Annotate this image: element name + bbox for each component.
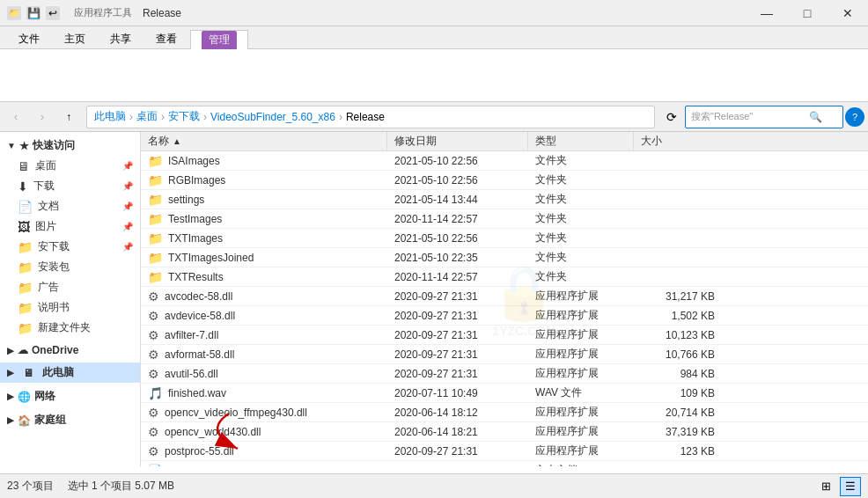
file-cell-name: 📁 TestImages [141, 212, 387, 226]
file-row[interactable]: ⚙ avutil-56.dll 2020-09-27 21:31 应用程序扩展 … [141, 364, 868, 384]
file-item-icon: ⚙ [148, 348, 159, 362]
file-cell-name: ⚙ opencv_videoio_ffmpeg430.dll [141, 406, 387, 420]
file-row[interactable]: ⚙ opencv_world430.dll 2020-06-14 18:21 应… [141, 422, 868, 442]
pin-icon2: 📌 [122, 181, 133, 191]
col-header-size[interactable]: 大小 [634, 132, 722, 150]
breadcrumb-desktop[interactable]: 桌面 [136, 109, 158, 124]
sidebar-item-downloads[interactable]: ⬇ 下载 📌 [0, 176, 140, 196]
search-bar[interactable]: 🔍 [685, 106, 843, 128]
file-item-name: TXTImages [168, 232, 223, 245]
file-row[interactable]: ⚙ avfilter-7.dll 2020-09-27 21:31 应用程序扩展… [141, 326, 868, 345]
view-list-button[interactable]: ☰ [840, 477, 861, 496]
col-header-date[interactable]: 修改日期 [387, 132, 528, 150]
file-item-icon: 📁 [148, 270, 163, 284]
file-item-icon: ⚙ [148, 328, 159, 342]
sidebar-item-newfolder[interactable]: 📁 新建文件夹 [0, 318, 140, 338]
file-row[interactable]: 📁 TXTImagesJoined 2021-05-10 22:35 文件夹 [141, 248, 868, 267]
search-input[interactable] [691, 112, 805, 122]
address-bar[interactable]: 此电脑 › 桌面 › 安下载 › VideoSubFinder_5.60_x86… [86, 106, 655, 128]
file-item-name: avformat-58.dll [165, 348, 234, 361]
sidebar-item-ad[interactable]: 📁 广告 [0, 277, 140, 297]
sidebar-item-installer[interactable]: 📁 安装包 [0, 257, 140, 277]
breadcrumb-pc[interactable]: 此电脑 [94, 109, 126, 124]
sidebar-header-network[interactable]: ▶ 🌐 网络 [0, 386, 140, 406]
file-cell-size: 5 KB [634, 465, 722, 467]
file-cell-name: 📁 ISAImages [141, 154, 387, 168]
file-cell-size: 984 KB [634, 368, 722, 380]
sidebar-item-andown[interactable]: 📁 安下载 📌 [0, 237, 140, 257]
file-cell-size: 10,766 KB [634, 348, 722, 361]
file-item-icon: 📁 [148, 173, 163, 187]
file-item-name: RGBImages [168, 174, 225, 187]
sidebar-item-docs[interactable]: 📄 文档 📌 [0, 196, 140, 216]
file-row[interactable]: 📁 TXTImages 2021-05-10 22:56 文件夹 [141, 229, 868, 248]
file-item-name: avdevice-58.dll [165, 310, 235, 322]
file-row[interactable]: ⚙ avdevice-58.dll 2020-09-27 21:31 应用程序扩… [141, 306, 868, 326]
file-row[interactable]: 📁 RGBImages 2021-05-10 22:56 文件夹 [141, 171, 868, 190]
file-cell-name: 📁 settings [141, 193, 387, 207]
file-item-icon: 📁 [148, 231, 163, 245]
file-item-icon: ⚙ [148, 309, 159, 323]
file-row[interactable]: 🎵 finished.wav 2020-07-11 10:49 WAV 文件 1… [141, 384, 868, 403]
sidebar-header-homegroup[interactable]: ▶ 🏠 家庭组 [0, 410, 140, 430]
file-cell-date: 2021-05-10 22:56 [387, 174, 528, 187]
file-row[interactable]: 📁 settings 2021-05-14 13:44 文件夹 [141, 190, 868, 209]
refresh-button[interactable]: ⟳ [660, 106, 683, 128]
file-cell-name: 📁 TXTResults [141, 270, 387, 284]
file-cell-type: 文件夹 [528, 231, 634, 245]
network-label: 网络 [34, 389, 55, 404]
file-cell-date: 2021-05-10 22:56 [387, 232, 528, 245]
file-row[interactable]: 📁 TestImages 2020-11-14 22:57 文件夹 [141, 209, 868, 229]
file-row[interactable]: 📁 TXTResults 2020-11-14 22:57 文件夹 [141, 267, 868, 287]
file-row[interactable]: ⚙ postproc-55.dll 2020-09-27 21:31 应用程序扩… [141, 442, 868, 461]
help-button[interactable]: ? [845, 107, 864, 127]
file-item-name: opencv_videoio_ffmpeg430.dll [165, 406, 307, 419]
file-cell-type: 应用程序扩展 [528, 405, 634, 420]
minimize-button[interactable]: — [747, 0, 787, 26]
sidebar-header-quickaccess[interactable]: ▼ ★ 快速访问 [0, 135, 140, 156]
back-button[interactable]: ‹ [4, 106, 28, 128]
breadcrumb-sep3: › [203, 111, 207, 123]
tab-home[interactable]: 主页 [53, 29, 97, 48]
col-header-name[interactable]: 名称 ▲ [141, 132, 387, 150]
newfolder-label: 新建文件夹 [38, 320, 91, 335]
forward-button[interactable]: › [30, 106, 55, 128]
close-button[interactable]: ✕ [828, 0, 868, 26]
file-cell-name: ⚙ opencv_world430.dll [141, 425, 387, 439]
col-type-label: 类型 [535, 134, 556, 149]
file-cell-name: 📁 TXTImagesJoined [141, 251, 387, 265]
col-header-type[interactable]: 类型 [528, 132, 634, 150]
breadcrumb-downloads[interactable]: 安下载 [168, 109, 200, 124]
pin-icon5: 📌 [122, 242, 133, 252]
file-row[interactable]: 📄 report.log 2021-04-15 15:45 文本文档 5 KB [141, 461, 868, 466]
tab-manage-label: 管理 [202, 31, 237, 49]
maximize-button[interactable]: □ [787, 0, 828, 26]
sidebar-item-desktop[interactable]: 🖥 桌面 📌 [0, 156, 140, 176]
file-item-name: TXTImagesJoined [168, 252, 254, 264]
sidebar-item-pictures[interactable]: 🖼 图片 📌 [0, 216, 140, 237]
file-row[interactable]: 📁 ISAImages 2021-05-10 22:56 文件夹 [141, 151, 868, 171]
breadcrumb-release[interactable]: Release [346, 111, 385, 123]
view-controls: ⊞ ☰ [815, 477, 861, 496]
file-item-icon: 📁 [148, 193, 163, 207]
ribbon-content [0, 49, 868, 102]
file-item-icon: ⚙ [148, 367, 159, 381]
sidebar-header-thispc[interactable]: ▶ 🖥 此电脑 [0, 363, 140, 383]
file-cell-type: 应用程序扩展 [528, 327, 634, 342]
tab-file[interactable]: 文件 [7, 29, 51, 48]
file-row[interactable]: ⚙ avformat-58.dll 2020-09-27 21:31 应用程序扩… [141, 345, 868, 364]
file-row[interactable]: ⚙ avcodec-58.dll 2020-09-27 21:31 应用程序扩展… [141, 287, 868, 306]
file-row[interactable]: ⚙ opencv_videoio_ffmpeg430.dll 2020-06-1… [141, 403, 868, 422]
file-rows: 📁 ISAImages 2021-05-10 22:56 文件夹 📁 RGBIm… [141, 151, 868, 466]
tab-share[interactable]: 共享 [99, 29, 143, 48]
sidebar-header-onedrive[interactable]: ▶ ☁ OneDrive [0, 341, 140, 359]
breadcrumb-sep4: › [339, 111, 342, 123]
tab-view[interactable]: 查看 [144, 29, 188, 48]
breadcrumb-app[interactable]: VideoSubFinder_5.60_x86 [210, 111, 335, 123]
tab-manage[interactable]: 管理 [190, 30, 248, 49]
up-button[interactable]: ↑ [56, 106, 81, 128]
view-grid-button[interactable]: ⊞ [815, 477, 836, 496]
desktop-icon: 🖥 [18, 159, 30, 173]
sidebar-item-manual[interactable]: 📁 说明书 [0, 297, 140, 318]
andown-label: 安下载 [38, 239, 70, 254]
